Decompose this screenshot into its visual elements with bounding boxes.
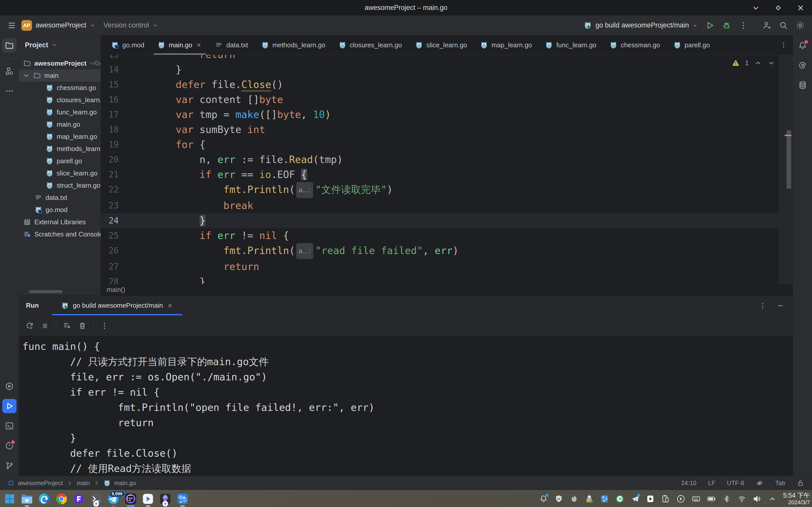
tree-item-chessman.go[interactable]: chessman.go xyxy=(19,81,101,94)
tree-item-main[interactable]: main xyxy=(19,69,101,81)
taskbar-app-file-explorer[interactable] xyxy=(19,491,35,507)
hide-toolwindow-icon[interactable] xyxy=(777,302,784,309)
taskbar-app-crystal-app[interactable]: + xyxy=(158,491,173,507)
encoding-widget[interactable]: UTF-8 xyxy=(727,480,744,487)
toolwindow-services-button[interactable] xyxy=(2,379,16,393)
project-widget[interactable]: AP awesomeProject xyxy=(21,20,95,31)
tab-slice_learn.go[interactable]: slice_learn.go xyxy=(409,35,474,55)
vcs-widget[interactable]: Version control xyxy=(104,21,158,29)
chevron-down-icon[interactable] xyxy=(52,43,57,48)
tree-item-awesomeProject[interactable]: awesomeProject~/Gola xyxy=(19,57,101,69)
statusbar-crumb[interactable]: awesomeProject xyxy=(18,480,63,487)
editor-scrollbar[interactable] xyxy=(787,130,791,189)
tab-map_learn.go[interactable]: map_learn.go xyxy=(474,35,538,55)
tree-item-struct_learn.go[interactable]: struct_learn.go xyxy=(19,179,101,191)
scroll-to-end-icon[interactable] xyxy=(63,321,71,330)
rerun-button[interactable] xyxy=(25,321,34,330)
code-with-me-icon[interactable] xyxy=(762,21,771,30)
tab-methods_learn.go[interactable]: methods_learn.go xyxy=(255,35,332,55)
tree-item-go.mod[interactable]: go.mod xyxy=(19,204,101,216)
run-tab[interactable]: go build awesomeProject/main xyxy=(51,296,183,315)
tab-main.go[interactable]: main.go xyxy=(151,35,209,55)
tree-item-data.txt[interactable]: data.txt xyxy=(19,191,101,204)
more-actions-icon[interactable] xyxy=(759,302,766,309)
run-button[interactable] xyxy=(705,21,714,30)
tree-item-closures_learn.go[interactable]: closures_learn.go xyxy=(19,94,101,106)
indent-widget[interactable]: Tab xyxy=(775,480,785,487)
taskbar-app-media-player[interactable] xyxy=(140,491,156,507)
tray-photos-tray[interactable] xyxy=(600,494,609,503)
warning-stripe-mark[interactable] xyxy=(785,135,792,136)
tree-item-func_learn.go[interactable]: func_learn.go xyxy=(19,106,101,118)
tray-green-circle[interactable] xyxy=(615,494,624,503)
minimize-window-icon[interactable] xyxy=(752,4,760,12)
breadcrumb-item[interactable]: main() xyxy=(107,286,125,294)
tab-parell.go[interactable]: parell.go xyxy=(667,35,717,55)
tray-telegram-plane[interactable] xyxy=(631,494,640,503)
tree-item-methods_learn.go[interactable]: methods_learn.go xyxy=(19,143,101,155)
taskbar-app-goland[interactable]: GO xyxy=(123,491,138,507)
chevron-down-icon[interactable] xyxy=(22,72,30,79)
caret-position-widget[interactable]: 24:10 xyxy=(681,480,696,487)
tray-wifi[interactable] xyxy=(737,494,746,503)
taskbar-app-app-f[interactable] xyxy=(71,491,86,507)
more-actions-icon[interactable] xyxy=(100,321,109,330)
tree-item-main.go[interactable]: main.go xyxy=(19,118,101,130)
toolwindow-project-button[interactable] xyxy=(2,38,16,53)
project-scrollbar[interactable] xyxy=(29,290,63,293)
tray-touch-keyboard[interactable] xyxy=(692,494,701,503)
tray-battery[interactable] xyxy=(707,494,716,503)
toolwindow-problems-button[interactable] xyxy=(2,439,16,453)
settings-gear-icon[interactable] xyxy=(796,21,805,30)
close-icon[interactable] xyxy=(167,302,173,309)
tray-bluetooth[interactable] xyxy=(722,494,731,503)
ai-assistant-button[interactable] xyxy=(796,58,810,72)
highlighting-level-icon[interactable] xyxy=(756,479,763,487)
stop-button[interactable] xyxy=(41,321,49,330)
tab-func_learn.go[interactable]: func_learn.go xyxy=(538,35,603,55)
lock-icon[interactable] xyxy=(797,479,804,487)
clear-console-icon[interactable] xyxy=(78,321,87,330)
taskbar-clock[interactable]: 5:54 下午 2024/3/7 xyxy=(783,492,810,506)
statusbar-crumb[interactable]: main.go xyxy=(114,480,136,487)
tree-item-slice_learn.go[interactable]: slice_learn.go xyxy=(19,167,101,179)
maximize-window-icon[interactable] xyxy=(774,4,782,12)
tray-chevron-up[interactable] xyxy=(768,494,777,503)
editor-tabs-more-icon[interactable] xyxy=(780,35,793,55)
tray-defender-shield[interactable] xyxy=(554,494,563,503)
toolwindow-terminal-button[interactable] xyxy=(2,419,16,433)
tab-chessman.go[interactable]: chessman.go xyxy=(603,35,667,55)
tray-flame[interactable] xyxy=(570,494,579,503)
prev-problem-icon[interactable] xyxy=(754,59,762,67)
tray-media-play[interactable] xyxy=(646,494,655,503)
tray-clipboard-phone[interactable] xyxy=(661,494,670,503)
tree-item-Scratches and Consoles[interactable]: Scratches and Consoles xyxy=(19,228,101,240)
tray-mascot[interactable] xyxy=(585,494,594,503)
close-icon[interactable] xyxy=(196,42,202,48)
more-tool-windows-button[interactable] xyxy=(2,84,16,98)
line-separator-widget[interactable]: LF xyxy=(708,480,715,487)
more-actions-icon[interactable] xyxy=(739,21,748,30)
next-problem-icon[interactable] xyxy=(767,59,775,67)
debug-button[interactable] xyxy=(722,21,731,30)
taskbar-app-photos[interactable] xyxy=(175,491,190,507)
toolwindow-git-button[interactable] xyxy=(2,458,16,473)
tray-volume[interactable] xyxy=(753,494,762,503)
run-console-output[interactable]: func main() { // 只读方式打开当前目录下的main.go文件 f… xyxy=(19,336,793,476)
warning-triangle-icon[interactable] xyxy=(732,59,740,67)
close-window-icon[interactable] xyxy=(797,4,804,12)
tray-notification-bell[interactable] xyxy=(539,494,548,503)
tab-data.txt[interactable]: data.txt xyxy=(209,35,254,55)
taskbar-app-start[interactable] xyxy=(2,491,17,507)
taskbar-app-terminal[interactable]: + xyxy=(89,491,104,507)
taskbar-app-edge[interactable] xyxy=(37,491,52,507)
run-configuration-selector[interactable]: go build awesomeProject/main xyxy=(584,21,698,30)
statusbar-crumb[interactable]: main xyxy=(76,480,90,487)
tree-item-External Libraries[interactable]: External Libraries xyxy=(19,216,101,228)
taskbar-app-telegram[interactable]: 9,999 xyxy=(106,491,121,507)
toolwindow-structure-button[interactable] xyxy=(2,64,16,78)
tray-circle-play[interactable] xyxy=(676,494,685,503)
database-button[interactable] xyxy=(796,78,810,92)
tree-item-parell.go[interactable]: parell.go xyxy=(19,155,101,167)
toolwindow-run-button[interactable] xyxy=(2,399,16,413)
